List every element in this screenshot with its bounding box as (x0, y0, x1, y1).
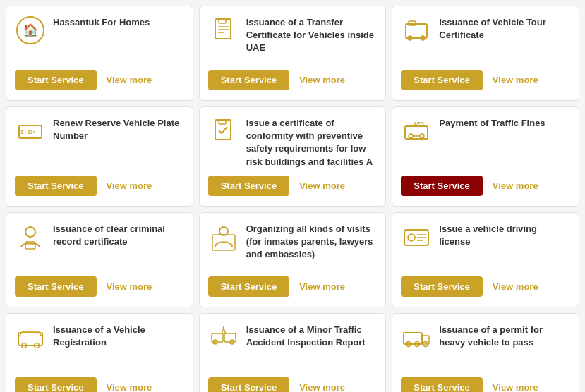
view-more-link-safety-cert[interactable]: View more (299, 180, 345, 191)
service-card-driving-license: Issue a vehicle driving license Start Se… (392, 212, 579, 307)
card-icon-criminal (15, 221, 46, 252)
card-icon-vehicle-reg (15, 322, 46, 353)
start-service-button-safety-cert[interactable]: Start Service (208, 176, 290, 196)
card-icon-visits (208, 221, 239, 252)
card-actions-accident-report: Start Service View more (208, 377, 378, 392)
card-icon-heavy-vehicle (401, 322, 432, 353)
card-title-visits: Organizing all kinds of visits (for inma… (246, 221, 378, 262)
view-more-link-vehicle-reg[interactable]: View more (107, 382, 152, 392)
card-actions-visits: Start Service View more (208, 276, 378, 297)
start-service-button-driving-license[interactable]: Start Service (401, 276, 483, 297)
card-title-hassantuk: Hassantuk For Homes (53, 15, 150, 29)
card-title-vehicle-reg: Issuance of a Vehicle Registration (53, 322, 184, 349)
service-card-accident-report: Issuance of a Minor Traffic Accident Ins… (199, 313, 387, 392)
card-icon-license (401, 221, 432, 252)
view-more-link-driving-license[interactable]: View more (493, 281, 538, 292)
svg-point-17 (409, 134, 413, 138)
start-service-button-transfer-cert[interactable]: Start Service (208, 70, 290, 90)
service-card-vehicle-reg: Issuance of a Vehicle Registration Start… (6, 313, 193, 392)
service-card-visits: Organizing all kinds of visits (for inma… (199, 212, 387, 307)
service-card-vehicle-tour: Issuance of Vehicle Tour Certificate Sta… (392, 6, 579, 101)
svg-point-24 (219, 227, 228, 235)
card-actions-hassantuk: Start Service View more (15, 70, 184, 90)
card-icon-home-security: 🏠 (15, 15, 46, 46)
card-top-traffic-fines: AED Payment of Traffic Fines (401, 116, 570, 169)
start-service-button-criminal-record[interactable]: Start Service (15, 276, 97, 297)
card-actions-transfer-cert: Start Service View more (208, 70, 378, 90)
service-card-heavy-vehicle: Issuance of a permit for heavy vehicle t… (392, 313, 579, 392)
card-top-visits: Organizing all kinds of visits (for inma… (208, 221, 378, 269)
card-top-accident-report: Issuance of a Minor Traffic Accident Ins… (208, 322, 378, 370)
view-more-link-reserve-plate[interactable]: View more (107, 180, 152, 191)
svg-point-21 (25, 227, 35, 237)
svg-rect-2 (215, 19, 231, 39)
view-more-link-criminal-record[interactable]: View more (107, 281, 152, 292)
card-title-heavy-vehicle: Issuance of a permit for heavy vehicle t… (439, 322, 570, 349)
card-top-heavy-vehicle: Issuance of a permit for heavy vehicle t… (401, 322, 570, 370)
svg-text:1 | 234: 1 | 234 (20, 130, 36, 135)
start-service-button-visits[interactable]: Start Service (208, 276, 290, 297)
view-more-link-visits[interactable]: View more (299, 281, 345, 292)
start-service-button-traffic-fines[interactable]: Start Service (401, 176, 483, 196)
service-card-reserve-plate: 1 | 234 Renew Reserve Vehicle Plate Numb… (6, 106, 193, 207)
service-card-hassantuk: 🏠 Hassantuk For Homes Start Service View… (6, 6, 193, 101)
card-title-driving-license: Issue a vehicle driving license (439, 221, 570, 248)
start-service-button-hassantuk[interactable]: Start Service (15, 70, 97, 90)
service-card-criminal-record: Issuance of clear criminal record certif… (6, 212, 193, 307)
start-service-button-accident-report[interactable]: Start Service (208, 377, 290, 392)
card-actions-vehicle-tour: Start Service View more (401, 70, 570, 90)
view-more-link-hassantuk[interactable]: View more (107, 75, 152, 85)
card-title-criminal-record: Issuance of clear criminal record certif… (53, 221, 184, 248)
card-top-vehicle-tour: Issuance of Vehicle Tour Certificate (401, 15, 570, 63)
svg-text:🏠: 🏠 (23, 23, 39, 38)
card-top-safety-cert: Issue a certificate of conformity with p… (208, 116, 378, 169)
card-actions-driving-license: Start Service View more (401, 276, 570, 297)
card-icon-traffic-fine: AED (401, 116, 432, 147)
view-more-link-accident-report[interactable]: View more (299, 382, 345, 392)
service-card-traffic-fines: AED Payment of Traffic Fines Start Servi… (392, 106, 579, 207)
card-top-reserve-plate: 1 | 234 Renew Reserve Vehicle Plate Numb… (15, 116, 184, 169)
start-service-button-heavy-vehicle[interactable]: Start Service (401, 377, 483, 392)
start-service-button-reserve-plate[interactable]: Start Service (15, 176, 97, 196)
start-service-button-vehicle-tour[interactable]: Start Service (401, 70, 483, 90)
card-icon-vehicle-cert (401, 15, 432, 46)
svg-rect-14 (215, 120, 231, 140)
card-actions-vehicle-reg: Start Service View more (15, 377, 184, 392)
svg-point-18 (420, 134, 424, 138)
view-more-link-heavy-vehicle[interactable]: View more (493, 382, 538, 392)
services-grid: 🏠 Hassantuk For Homes Start Service View… (6, 6, 579, 392)
card-actions-traffic-fines: Start Service View more (401, 176, 570, 196)
card-actions-safety-cert: Start Service View more (208, 176, 378, 196)
card-top-driving-license: Issue a vehicle driving license (401, 221, 570, 269)
card-top-transfer-cert: Issuance of a Transfer Certificate for V… (208, 15, 378, 63)
card-title-reserve-plate: Renew Reserve Vehicle Plate Number (53, 116, 184, 142)
card-actions-criminal-record: Start Service View more (15, 276, 184, 297)
card-icon-document (208, 15, 239, 46)
view-more-link-vehicle-tour[interactable]: View more (493, 75, 538, 85)
card-actions-reserve-plate: Start Service View more (15, 176, 184, 196)
card-top-criminal-record: Issuance of clear criminal record certif… (15, 221, 184, 269)
card-title-vehicle-tour: Issuance of Vehicle Tour Certificate (439, 15, 570, 42)
view-more-link-transfer-cert[interactable]: View more (299, 75, 345, 85)
service-card-transfer-cert: Issuance of a Transfer Certificate for V… (199, 6, 387, 101)
card-title-accident-report: Issuance of a Minor Traffic Accident Ins… (246, 322, 378, 349)
card-icon-safety-doc (208, 116, 239, 147)
card-top-vehicle-reg: Issuance of a Vehicle Registration (15, 322, 184, 370)
card-title-traffic-fines: Payment of Traffic Fines (439, 116, 545, 130)
view-more-link-traffic-fines[interactable]: View more (493, 180, 538, 191)
svg-text:AED: AED (414, 121, 424, 126)
card-icon-plate: 1 | 234 (15, 116, 46, 147)
card-title-transfer-cert: Issuance of a Transfer Certificate for V… (246, 15, 378, 55)
service-card-safety-cert: Issue a certificate of conformity with p… (199, 106, 387, 207)
card-icon-accident (208, 322, 239, 353)
card-top-hassantuk: 🏠 Hassantuk For Homes (15, 15, 184, 63)
svg-point-27 (408, 234, 415, 241)
start-service-button-vehicle-reg[interactable]: Start Service (15, 377, 97, 392)
card-title-safety-cert: Issue a certificate of conformity with p… (246, 116, 378, 169)
card-actions-heavy-vehicle: Start Service View more (401, 377, 570, 392)
